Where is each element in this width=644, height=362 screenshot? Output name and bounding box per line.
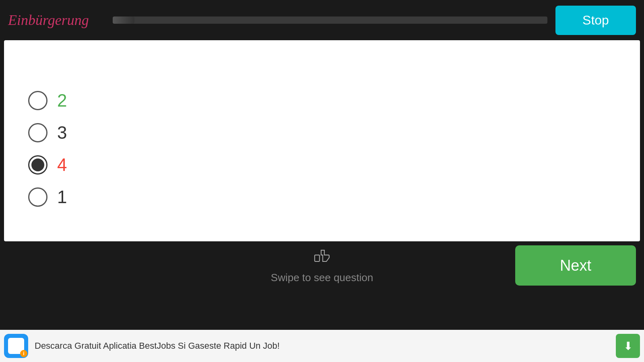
options-list: 2 3 4 1 [28,90,616,207]
progress-bar-fill [113,16,134,24]
radio-button-opt3[interactable] [28,155,47,175]
option-label-opt2: 3 [57,123,67,143]
ad-icon: i [4,334,28,358]
swipe-hint-text: Swipe to see question [271,272,373,284]
ad-info-badge: i [20,350,27,357]
list-item[interactable]: 4 [28,155,616,175]
option-label-opt4: 1 [57,187,67,207]
progress-bar-container [113,16,547,24]
download-arrow-icon: ⬇ [623,339,633,353]
ad-download-button[interactable]: ⬇ [616,334,640,358]
swipe-hint: Swipe to see question [271,247,373,284]
ad-banner: i Descarca Gratuit Aplicatia BestJobs Si… [0,330,644,362]
swipe-icon [313,247,331,268]
stop-button[interactable]: Stop [555,6,636,35]
radio-button-opt4[interactable] [28,187,47,207]
radio-button-opt2[interactable] [28,123,47,142]
header: Einbürgerung Stop [0,0,644,40]
ad-text: Descarca Gratuit Aplicatia BestJobs Si G… [35,341,609,351]
radio-inner-opt3 [31,158,44,171]
next-button[interactable]: Next [515,245,636,286]
list-item[interactable]: 3 [28,123,616,143]
option-label-opt1: 2 [57,90,67,111]
list-item[interactable]: 2 [28,90,616,111]
bottom-area: Swipe to see question Next [0,241,644,290]
radio-button-opt1[interactable] [28,91,47,110]
app-title: Einbürgerung [8,12,105,29]
svg-rect-0 [315,255,320,261]
list-item[interactable]: 1 [28,187,616,207]
main-content: 2 3 4 1 [4,40,640,241]
option-label-opt3: 4 [57,155,67,175]
